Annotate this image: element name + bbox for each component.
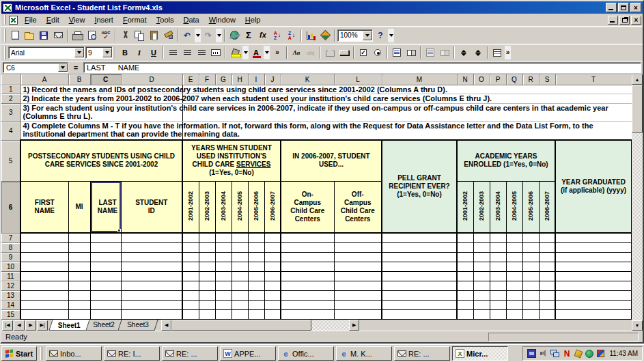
header-year-f[interactable]: 2002-2003 [199,181,215,233]
active-cell-c6[interactable]: LAST NAME [90,181,121,233]
cell[interactable] [215,290,232,300]
cell[interactable] [555,271,632,281]
task-inbox[interactable]: Inbo... [46,346,102,361]
cell[interactable] [281,309,334,319]
forms-scrollbar-button[interactable] [471,46,485,59]
cell[interactable] [215,242,232,252]
cell[interactable] [232,233,248,242]
open-button[interactable] [23,29,36,42]
cell[interactable] [506,252,522,262]
cell[interactable] [522,281,539,290]
cell[interactable] [20,262,68,271]
menu-insert[interactable]: Insert [90,14,117,25]
cell[interactable] [215,281,232,290]
cell[interactable] [199,271,215,281]
cell[interactable] [457,252,473,262]
last-sheet-button[interactable]: ▶| [37,320,48,331]
column-header-j[interactable]: J [264,74,281,85]
cell[interactable] [473,290,490,300]
cell[interactable] [539,281,555,290]
cell[interactable] [264,233,281,242]
cell[interactable] [506,233,522,242]
cell[interactable] [20,309,68,319]
header-on-campus[interactable]: On-Campus Child Care Centers [281,181,334,233]
font-color-button[interactable]: A [249,46,263,59]
cell[interactable] [215,271,232,281]
font-name-combobox[interactable]: Arial [8,46,85,59]
cell[interactable] [199,262,215,271]
cell[interactable] [539,309,555,319]
print-preview-button[interactable] [85,29,98,42]
cell[interactable] [90,290,121,300]
cell[interactable] [68,309,90,319]
cell[interactable] [473,262,490,271]
header-year-r[interactable]: 2005-2006 [522,181,539,233]
title-bar[interactable]: Microsoft Excel - Student List Formv4.xl… [1,1,643,14]
forms-checkbox-button[interactable]: ✓ [356,46,370,59]
cell[interactable] [199,309,215,319]
zoom-combobox[interactable]: 100% [337,29,373,42]
cell[interactable] [199,252,215,262]
cell[interactable] [264,309,281,319]
cell[interactable] [232,262,248,271]
cell[interactable] [522,309,539,319]
cell[interactable] [281,242,334,252]
column-header-g[interactable]: G [215,74,232,85]
cell[interactable] [281,233,334,242]
cell[interactable] [121,242,182,252]
cell[interactable] [539,300,555,309]
workbook-restore-button[interactable] [619,16,630,25]
tab-sheet1[interactable]: Sheet1 [48,320,89,331]
network-icon[interactable] [550,349,559,358]
cell[interactable] [334,281,382,290]
cell[interactable] [248,300,264,309]
header-year-h[interactable]: 2004-2005 [232,181,248,233]
cell[interactable] [248,281,264,290]
cell[interactable] [215,252,232,262]
cell[interactable] [20,281,68,290]
header-first-name[interactable]: FIRST NAME [20,181,68,233]
cell[interactable] [506,300,522,309]
row-header-8[interactable]: 8 [1,242,20,252]
cell[interactable] [555,262,632,271]
header-year-j[interactable]: 2006-2007 [264,181,281,233]
stylus-icon[interactable] [574,349,583,358]
cell[interactable] [281,300,334,309]
cell[interactable] [382,242,457,252]
first-sheet-button[interactable]: |◀ [2,320,13,331]
cell[interactable] [539,262,555,271]
cell[interactable] [457,281,473,290]
forms-groupbox-button[interactable] [323,46,337,59]
redo-dropdown-button[interactable] [216,29,222,42]
forms-button-button[interactable] [337,46,351,59]
cell[interactable] [182,233,199,242]
cell[interactable] [457,309,473,319]
task-browser-2[interactable]: eM. K... [336,346,392,361]
more-formatting-button[interactable]: » [270,46,284,59]
cell[interactable] [68,281,90,290]
horizontal-scrollbar[interactable]: ◀ ▶ [161,320,632,331]
vertical-scrollbar[interactable]: ▲ ▼ [632,74,643,331]
cell[interactable] [539,290,555,300]
row-header-14[interactable]: 14 [1,300,20,309]
vertical-scroll-track[interactable] [632,133,643,320]
cell[interactable] [121,271,182,281]
task-mail-2[interactable]: RE: ... [162,346,218,361]
cell[interactable] [215,233,232,242]
toolbar-grip[interactable] [4,46,6,59]
cell[interactable] [248,271,264,281]
cell[interactable] [182,300,199,309]
header-year-n[interactable]: 2001-2002 [457,181,473,233]
cell[interactable] [264,262,281,271]
cell[interactable] [68,300,90,309]
next-sheet-button[interactable]: ▶ [25,320,36,331]
cell[interactable] [382,262,457,271]
align-center-button[interactable] [180,46,194,59]
name-box[interactable]: C6 [3,62,68,73]
print-button[interactable] [70,29,84,42]
header-student-id[interactable]: STUDENT ID [121,181,182,233]
cell[interactable] [215,262,232,271]
cell[interactable] [199,290,215,300]
group-in-2006[interactable]: IN 2006-2007, STUDENT USED... [281,140,382,181]
graphics-icon[interactable] [597,350,604,357]
